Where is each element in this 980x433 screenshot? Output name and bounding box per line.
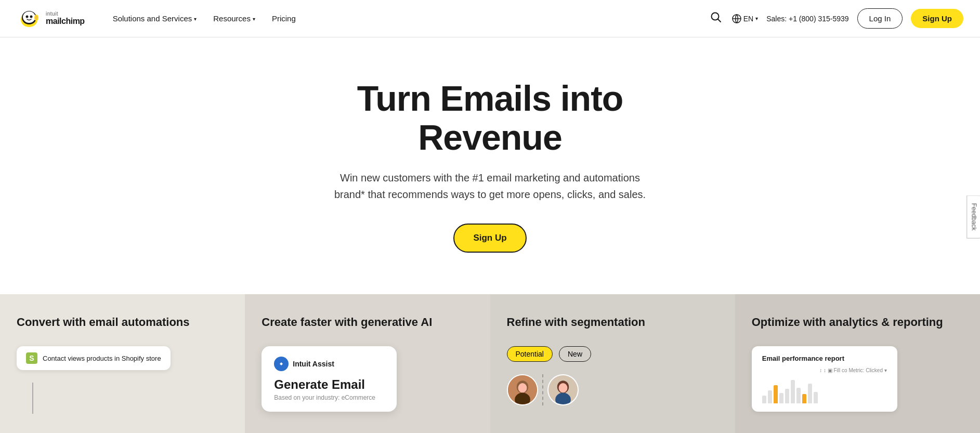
- hero-section: Turn Emails into Revenue Win new custome…: [0, 37, 980, 294]
- svg-point-4: [30, 15, 33, 18]
- login-button[interactable]: Log In: [857, 8, 903, 29]
- svg-point-6: [35, 16, 38, 20]
- signup-button-nav[interactable]: Sign Up: [911, 9, 963, 28]
- feature-title-3: Refine with segmentation: [507, 315, 718, 330]
- card-visual-3: Potential New: [507, 346, 718, 405]
- svg-point-2: [23, 11, 35, 23]
- hero-title: Turn Emails into Revenue: [295, 79, 685, 157]
- features-section: Convert with email automations S Contact…: [0, 294, 980, 433]
- assist-title: Generate Email: [274, 377, 384, 392]
- avatar-1: [507, 374, 538, 405]
- shopify-badge-text: Contact views products in Shopify store: [43, 355, 161, 362]
- intuit-assist-card: Intuit Assist Generate Email Based on yo…: [262, 346, 397, 412]
- svg-point-18: [558, 383, 567, 393]
- chevron-down-icon: ▾: [253, 16, 255, 22]
- feature-segmentation: Refine with segmentation Potential New: [490, 294, 735, 433]
- seg-badge-new: New: [559, 346, 591, 362]
- shopify-badge: S Contact views products in Shopify stor…: [17, 346, 171, 370]
- feature-email-automations: Convert with email automations S Contact…: [0, 294, 245, 433]
- svg-point-14: [518, 383, 527, 393]
- signup-button-hero[interactable]: Sign Up: [453, 224, 526, 253]
- nav-links: Solutions and Services ▾ Resources ▾ Pri…: [106, 10, 708, 27]
- hero-subtitle: Win new customers with the #1 email mark…: [324, 169, 657, 203]
- nav-resources-label: Resources: [213, 14, 251, 23]
- seg-avatar-row: [507, 374, 718, 405]
- card-visual-4: Email performance report ↕ ↕ ▣ Fill co M…: [752, 346, 963, 412]
- feature-analytics: Optimize with analytics & reporting Emai…: [735, 294, 980, 433]
- feature-title-2: Create faster with generative AI: [262, 315, 473, 330]
- nav-solutions-label: Solutions and Services: [113, 14, 192, 23]
- email-report-card: Email performance report ↕ ↕ ▣ Fill co M…: [752, 346, 897, 412]
- shopify-icon: S: [26, 352, 37, 364]
- search-icon[interactable]: [708, 9, 724, 28]
- seg-badges: Potential New: [507, 346, 718, 362]
- chart-toolbar: ↕ ↕ ▣ Fill co Metric: Clicked ▾: [819, 368, 887, 373]
- nav-pricing-label: Pricing: [272, 14, 296, 23]
- report-title: Email performance report: [762, 355, 887, 362]
- lang-label: EN: [743, 15, 753, 23]
- feature-generative-ai: Create faster with generative AI Intuit …: [245, 294, 490, 433]
- assist-label: Intuit Assist: [293, 360, 334, 368]
- nav-pricing[interactable]: Pricing: [265, 10, 303, 27]
- language-selector[interactable]: EN ▾: [732, 14, 758, 23]
- avatar-2: [547, 374, 579, 405]
- card-visual-2: Intuit Assist Generate Email Based on yo…: [262, 346, 473, 412]
- seg-badge-potential: Potential: [507, 346, 553, 362]
- feature-title-4: Optimize with analytics & reporting: [752, 315, 963, 330]
- sales-phone: Sales: +1 (800) 315-5939: [766, 15, 848, 23]
- svg-point-3: [26, 15, 29, 18]
- brand-logo[interactable]: intuit mailchimp: [17, 6, 85, 31]
- feedback-tab[interactable]: Feedback: [967, 195, 980, 238]
- assist-header: Intuit Assist: [274, 357, 384, 371]
- nav-resources[interactable]: Resources ▾: [206, 10, 263, 27]
- assist-subtitle: Based on your industry: eCommerce: [274, 394, 384, 401]
- report-chart: [762, 377, 887, 403]
- svg-line-8: [717, 19, 721, 22]
- intuit-assist-icon: [274, 357, 289, 371]
- feature-title-1: Convert with email automations: [17, 315, 228, 330]
- nav-right: EN ▾ Sales: +1 (800) 315-5939 Log In Sig…: [708, 8, 963, 29]
- card-visual-1: S Contact views products in Shopify stor…: [17, 346, 228, 414]
- nav-solutions[interactable]: Solutions and Services ▾: [106, 10, 204, 27]
- navbar: intuit mailchimp Solutions and Services …: [0, 0, 980, 37]
- chevron-down-icon: ▾: [194, 16, 197, 22]
